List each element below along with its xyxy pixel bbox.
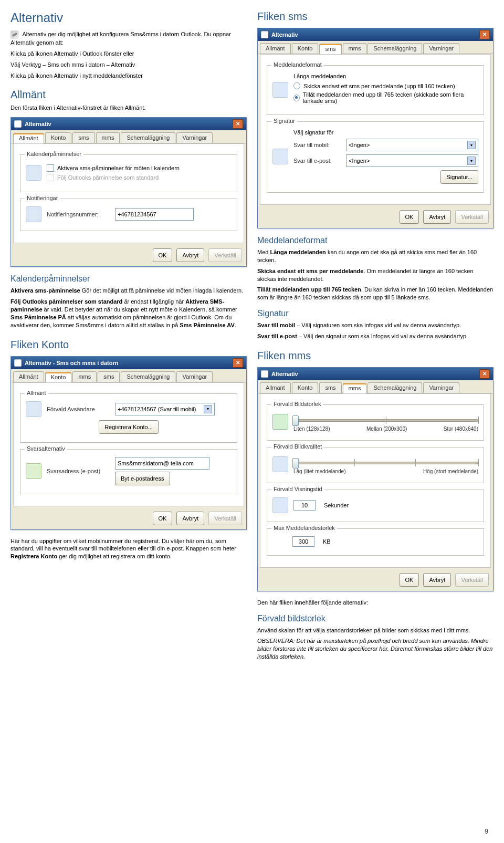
tab-varningar[interactable]: Varningar <box>176 132 213 143</box>
calendar-icon <box>26 165 41 181</box>
titlebar[interactable]: Alternativ ✕ <box>258 28 493 41</box>
avsandare-label: Förvald Avsändare <box>47 406 110 412</box>
cancel-button[interactable]: Avbryt <box>423 210 451 224</box>
p-allmant: Den första fliken i Alternativ-fönstret … <box>10 104 247 112</box>
radio-single[interactable]: Skicka endast ett sms per meddelande (up… <box>293 82 478 89</box>
title-text: Alternativ <box>271 371 298 377</box>
q-high: Hög (stort meddelande) <box>423 469 478 474</box>
p-kal2: Följ Outlooks påminnelser som standard ä… <box>10 298 247 329</box>
ok-button[interactable]: OK <box>400 210 419 224</box>
sig-label: Välj signatur för <box>293 129 478 136</box>
ok-button[interactable]: OK <box>153 512 173 525</box>
checkbox-aktivera[interactable]: Aktivera sms-påminnelser för möten i kal… <box>47 164 232 172</box>
dialog-sms: Alternativ ✕ Allmänt Konto sms mms Schem… <box>257 28 494 228</box>
tab-konto[interactable]: Konto <box>45 372 72 382</box>
close-icon[interactable]: ✕ <box>479 30 490 39</box>
p-mf1: Med Långa meddelanden kan du ange om det… <box>257 248 494 264</box>
group-legend: Signatur <box>271 118 297 124</box>
sekunder-label: Sekunder <box>324 502 349 508</box>
maxsize-input[interactable]: 300 <box>292 536 314 547</box>
byt-epost-button[interactable]: Byt e-postadress <box>115 472 170 485</box>
tab-varningar[interactable]: Varningar <box>423 43 459 54</box>
cancel-button[interactable]: Avbryt <box>176 512 204 525</box>
apply-button[interactable]: Verkställ <box>208 512 242 525</box>
tab-allmant[interactable]: Allmänt <box>13 371 44 382</box>
tab-schema[interactable]: Schemaläggning <box>121 132 175 143</box>
tab-konto[interactable]: Konto <box>292 382 319 393</box>
app-icon <box>261 370 268 378</box>
titlebar[interactable]: Alternativ ✕ <box>258 368 493 380</box>
group-legend: Meddelandeformat <box>271 61 324 68</box>
sig-mobil-combo[interactable]: <Ingen>▾ <box>346 139 478 151</box>
tab-mms[interactable]: mms <box>343 383 367 393</box>
titlebar[interactable]: Alternativ ✕ <box>11 118 246 130</box>
tab-sms[interactable]: sms <box>98 371 120 382</box>
size-slider[interactable] <box>293 414 478 425</box>
cancel-button[interactable]: Avbryt <box>423 573 451 587</box>
notif-label: Notifieringsnummer: <box>47 211 110 217</box>
tab-mms[interactable]: mms <box>72 371 97 382</box>
heading-konto: Fliken Konto <box>10 339 247 351</box>
quality-icon <box>272 456 288 472</box>
ok-button[interactable]: OK <box>400 573 419 587</box>
heading-allmant: Allmänt <box>10 89 247 101</box>
heading-signatur: Signatur <box>257 309 494 318</box>
dialog-konto: Alternativ - Sms och mms i datorn ✕ Allm… <box>10 356 247 530</box>
notif-input[interactable]: +46781234567 <box>115 208 194 221</box>
tabs: Allmänt Konto sms mms Schemaläggning Var… <box>258 41 493 54</box>
apply-button[interactable]: Verkställ <box>455 573 489 587</box>
tab-schema[interactable]: Schemaläggning <box>368 43 422 54</box>
dialog-allmant: Alternativ ✕ Allmänt Konto sms mms Schem… <box>10 117 247 267</box>
size-stor: Stor (480x640) <box>444 426 478 432</box>
tab-sms[interactable]: sms <box>319 44 341 54</box>
tab-varningar[interactable]: Varningar <box>423 382 459 393</box>
close-icon[interactable]: ✕ <box>479 369 490 379</box>
signatur-button[interactable]: Signatur... <box>440 170 478 184</box>
intro-para: Alternativ ger dig möjlighet att konfigu… <box>10 30 247 47</box>
tab-varningar[interactable]: Varningar <box>176 371 213 382</box>
cancel-button[interactable]: Avbryt <box>176 248 204 262</box>
heading-forvald-bild: Förvald bildstorlek <box>257 614 494 623</box>
tab-allmant[interactable]: Allmänt <box>260 43 291 54</box>
avsandare-combo[interactable]: +46781234567 (Svar till mobil)▾ <box>115 403 215 415</box>
sig-epost-combo[interactable]: <Ingen>▾ <box>346 154 478 167</box>
tab-konto[interactable]: Konto <box>292 43 319 54</box>
tab-sms[interactable]: sms <box>72 132 94 143</box>
svarsadress-input[interactable]: Sms&mmsidatorn@ telia.com <box>115 457 209 470</box>
quality-slider[interactable] <box>293 457 478 467</box>
ok-button[interactable]: OK <box>153 248 173 262</box>
size-liten: Liten (128x128) <box>293 426 330 432</box>
checkbox-folj[interactable]: Följ Outlooks påminnelse som standard <box>47 174 232 181</box>
heading-fliken-mms: Fliken mms <box>257 350 494 362</box>
registrera-button[interactable]: Registrera Konto... <box>99 420 159 434</box>
close-icon[interactable]: ✕ <box>233 119 243 129</box>
heading-fliken-sms: Fliken sms <box>257 11 494 23</box>
visningstid-input[interactable]: 10 <box>293 500 316 511</box>
image-size-icon <box>272 414 288 430</box>
p-sig2: Svar till e-post – Välj den signatur som… <box>257 332 494 340</box>
group-legend: Förvald Visningstid <box>271 486 324 492</box>
tab-mms[interactable]: mms <box>96 132 120 143</box>
size-mellan: Mellan (200x300) <box>366 426 407 432</box>
apply-button[interactable]: Verkställ <box>455 210 489 224</box>
clock-icon <box>272 497 288 513</box>
tabs: Allmänt Konto sms mms Schemaläggning Var… <box>11 130 246 143</box>
tab-schema[interactable]: Schemaläggning <box>368 382 422 393</box>
radio-multi[interactable]: Tillåt meddelanden med upp till 765 teck… <box>293 91 478 104</box>
tab-konto[interactable]: Konto <box>45 132 72 143</box>
tabs: Allmänt Konto mms sms Schemaläggning Var… <box>11 369 246 382</box>
group-legend: Kalenderpåminnelser <box>25 151 83 157</box>
tab-allmant[interactable]: Allmänt <box>13 133 44 143</box>
p-mf2: Skicka endast ett sms per meddelande. Om… <box>257 267 494 283</box>
apply-button[interactable]: Verkställ <box>208 248 242 262</box>
intro-3: Välj Verktyg – Sms och mms i datorn – Al… <box>10 61 247 69</box>
message-icon <box>272 82 288 98</box>
tab-sms[interactable]: sms <box>319 382 341 393</box>
titlebar[interactable]: Alternativ - Sms och mms i datorn ✕ <box>11 357 246 369</box>
tab-schema[interactable]: Schemaläggning <box>121 371 175 382</box>
tabs: Allmänt Konto sms mms Schemaläggning Var… <box>258 380 493 393</box>
tab-mms[interactable]: mms <box>343 43 367 54</box>
p-kal1: Aktivera sms-påminnelse Gör det möjligt … <box>10 287 247 295</box>
tab-allmant[interactable]: Allmänt <box>260 382 291 393</box>
close-icon[interactable]: ✕ <box>233 358 243 368</box>
